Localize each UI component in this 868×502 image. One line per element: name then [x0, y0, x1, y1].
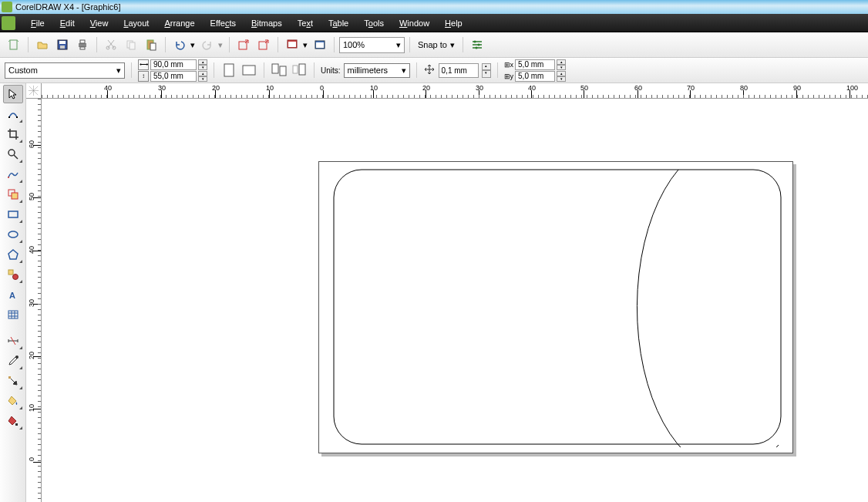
landscape-button[interactable]: [241, 62, 257, 79]
snap-to-dropdown[interactable]: Snap to ▾: [415, 37, 458, 53]
menu-help[interactable]: Help: [437, 15, 470, 31]
polygon-tool[interactable]: [3, 245, 23, 264]
redo-button[interactable]: [198, 35, 217, 54]
menu-arrange[interactable]: Arrange: [156, 15, 202, 31]
paste-button[interactable]: [142, 35, 160, 54]
svg-point-41: [15, 355, 19, 359]
freehand-tool[interactable]: [3, 165, 23, 184]
export-button[interactable]: [254, 35, 273, 54]
ellipse-arc-shape[interactable]: [624, 167, 784, 447]
svg-rect-40: [8, 311, 18, 318]
duplicate-x-input[interactable]: [515, 59, 555, 70]
menu-table[interactable]: Table: [321, 15, 356, 31]
svg-rect-42: [8, 376, 11, 379]
paper-type-combo[interactable]: Custom ▾: [5, 62, 125, 79]
app-icon: [2, 2, 12, 12]
table-tool[interactable]: [3, 305, 23, 324]
zoom-tool[interactable]: [3, 145, 23, 163]
crop-tool[interactable]: [3, 125, 23, 143]
svg-rect-28: [8, 116, 10, 118]
nudge-spinner[interactable]: ▴▾: [482, 63, 491, 78]
height-spinner[interactable]: ▴▾: [198, 71, 207, 82]
menu-view[interactable]: View: [82, 15, 116, 31]
cut-button[interactable]: [102, 35, 120, 54]
portrait-button[interactable]: [220, 62, 237, 79]
menu-file[interactable]: File: [23, 15, 52, 31]
welcome-screen-button[interactable]: [311, 35, 329, 54]
zoom-combo[interactable]: 100% ▾: [339, 37, 405, 53]
duplicate-y-input[interactable]: [515, 71, 555, 82]
units-value: millimeters: [348, 66, 389, 75]
shape-tool[interactable]: [3, 105, 23, 123]
menu-bitmaps[interactable]: Bitmaps: [244, 15, 290, 31]
svg-point-38: [12, 275, 18, 280]
svg-rect-18: [316, 42, 324, 48]
copy-button[interactable]: [122, 35, 140, 54]
svg-rect-29: [16, 116, 18, 118]
interactive-fill-tool[interactable]: [3, 412, 23, 430]
units-combo[interactable]: millimeters ▾: [344, 63, 410, 78]
chevron-down-icon: ▾: [450, 40, 455, 50]
title-bar: CorelDRAW X4 - [Graphic6]: [0, 0, 868, 14]
vertical-ruler[interactable]: 6050403020100: [26, 99, 42, 502]
svg-rect-12: [150, 43, 156, 50]
nudge-input[interactable]: [439, 63, 479, 78]
document-icon[interactable]: [2, 16, 15, 30]
app-launcher-button[interactable]: [283, 35, 301, 54]
page-height-input[interactable]: [150, 71, 197, 82]
open-button[interactable]: [33, 35, 52, 54]
window-title: CorelDRAW X4 - [Graphic6]: [15, 2, 121, 12]
undo-dropdown[interactable]: ▾: [189, 35, 197, 54]
width-spinner[interactable]: ▴▾: [198, 59, 207, 70]
horizontal-ruler[interactable]: 403020100102030405060708090100: [26, 83, 868, 99]
ellipse-tool[interactable]: [3, 225, 23, 244]
svg-rect-2: [59, 41, 66, 44]
paper-type-value: Custom: [8, 66, 38, 75]
menu-effects[interactable]: Effects: [203, 15, 244, 31]
menu-text[interactable]: Text: [290, 15, 321, 31]
duplicate-x-icon: ⊞x: [504, 61, 514, 69]
svg-rect-0: [10, 40, 17, 49]
import-button[interactable]: [234, 35, 253, 54]
options-button[interactable]: [468, 35, 486, 54]
zoom-value: 100%: [343, 40, 365, 49]
snap-label: Snap to: [418, 40, 447, 49]
eyedropper-tool[interactable]: [3, 352, 23, 370]
canvas-area[interactable]: 403020100102030405060708090100 605040302…: [26, 83, 868, 502]
dup-y-spinner[interactable]: ▴▾: [557, 71, 566, 82]
menu-window[interactable]: Window: [392, 15, 437, 31]
svg-point-30: [8, 150, 15, 156]
page-width-input[interactable]: [150, 59, 197, 70]
smart-fill-tool[interactable]: [3, 185, 23, 204]
svg-rect-10: [130, 42, 135, 49]
svg-rect-33: [12, 193, 18, 199]
svg-rect-25: [280, 66, 286, 76]
undo-button[interactable]: [170, 35, 189, 54]
new-button[interactable]: [5, 35, 23, 54]
svg-point-20: [477, 44, 479, 46]
menu-tools[interactable]: Tools: [356, 15, 392, 31]
svg-rect-24: [272, 64, 278, 73]
menu-edit[interactable]: Edit: [52, 15, 82, 31]
svg-marker-36: [8, 250, 18, 259]
ruler-origin[interactable]: [26, 83, 42, 99]
text-tool[interactable]: A: [3, 285, 23, 304]
workspace: A 403020100102030405060708090100 6050403…: [0, 83, 868, 502]
save-button[interactable]: [53, 35, 72, 54]
all-pages-button[interactable]: [271, 62, 288, 79]
redo-dropdown[interactable]: ▾: [217, 35, 224, 54]
pick-tool[interactable]: [3, 85, 23, 103]
dup-x-spinner[interactable]: ▴▾: [557, 59, 566, 70]
rectangle-tool[interactable]: [3, 205, 23, 224]
app-launcher-dropdown[interactable]: ▾: [301, 35, 309, 54]
svg-rect-43: [15, 423, 18, 426]
menu-layout[interactable]: Layout: [116, 15, 156, 31]
svg-point-35: [8, 231, 18, 238]
current-page-button[interactable]: [291, 62, 308, 79]
basic-shapes-tool[interactable]: [3, 265, 23, 284]
fill-tool[interactable]: [3, 392, 23, 410]
print-button[interactable]: [73, 35, 92, 54]
outline-tool[interactable]: [3, 372, 23, 390]
dimension-tool[interactable]: [3, 332, 23, 350]
svg-rect-22: [224, 64, 234, 76]
